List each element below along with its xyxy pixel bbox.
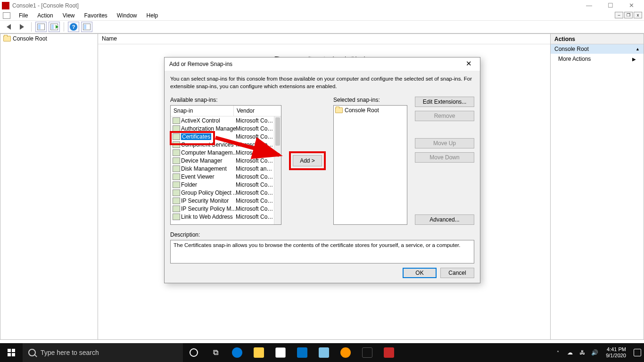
mdi-restore-button[interactable]: ❐ [624, 12, 633, 18]
start-button[interactable] [0, 343, 23, 362]
notepad-button[interactable] [313, 343, 335, 362]
windows-logo-icon [8, 349, 15, 356]
help-icon: ? [70, 23, 77, 31]
titlebar: Console1 - [Console Root] — ☐ ✕ [0, 0, 644, 11]
move-up-button[interactable]: Move Up [415, 138, 474, 148]
edge-button[interactable] [226, 343, 248, 362]
menu-action[interactable]: Action [33, 11, 58, 20]
snapin-row[interactable]: Link to Web AddressMicrosoft Cor... [171, 213, 281, 221]
tray-network-icon[interactable]: 🖧 [578, 349, 586, 356]
taskbar-clock[interactable]: 4:41 PM 9/1/2020 [603, 346, 629, 358]
snapin-row[interactable]: IP Security MonitorMicrosoft Cor... [171, 197, 281, 205]
store-icon [275, 347, 286, 358]
show-hide-tree-button[interactable] [35, 22, 47, 32]
selected-label: Selected snap-ins: [333, 97, 407, 103]
add-button[interactable]: Add > [293, 155, 322, 166]
mmc-app-icon [2, 2, 9, 9]
tree-pane[interactable]: Console Root [0, 33, 98, 340]
tree-root-item[interactable]: Console Root [1, 35, 97, 42]
menu-view[interactable]: View [58, 11, 80, 20]
dialog-titlebar: Add or Remove Snap-ins ✕ [165, 58, 480, 71]
advanced-button[interactable]: Advanced... [415, 214, 474, 225]
tray-onedrive-icon[interactable]: ☁ [566, 349, 574, 356]
snapin-row[interactable]: IP Security Policy M...Microsoft Cor... [171, 205, 281, 213]
window-title: Console1 - [Console Root] [12, 2, 578, 9]
dialog-intro-text: You can select snap-ins for this console… [170, 75, 474, 90]
notifications-icon [634, 349, 641, 356]
close-button[interactable]: ✕ [621, 0, 642, 11]
snapin-row[interactable]: Computer Managem...Microsoft Cor... [171, 148, 281, 156]
menu-window[interactable]: Window [112, 11, 142, 20]
collapse-icon: ▲ [636, 47, 640, 51]
notifications-button[interactable] [634, 349, 641, 356]
description-text: The Certificates snap-in allows you to b… [170, 240, 474, 263]
selected-snapins-list[interactable]: Console Root [333, 105, 407, 225]
menu-file[interactable]: File [14, 11, 33, 20]
remove-button[interactable]: Remove [415, 111, 474, 121]
snapin-icon [173, 133, 180, 140]
description-label: Description: [170, 231, 474, 238]
ok-button[interactable]: OK [403, 268, 437, 278]
snapin-row[interactable]: Component ServicesMicrosoft Cor... [171, 140, 281, 148]
actions-root-row[interactable]: Console Root ▲ [551, 44, 644, 54]
dialog-close-button[interactable]: ✕ [462, 59, 475, 69]
tray-volume-icon[interactable]: 🔊 [591, 349, 598, 356]
snapin-row[interactable]: Group Policy Object ...Microsoft Cor... [171, 189, 281, 197]
taskbar: Type here to search ⧉ ˄ ☁ 🖧 🔊 4:41 PM 9/… [0, 343, 644, 362]
menu-favorites[interactable]: Favorites [80, 11, 112, 20]
show-hide-action-pane-button[interactable] [81, 22, 92, 32]
snapin-name: Computer Managem... [181, 149, 236, 156]
forward-button[interactable] [16, 22, 27, 32]
mail-button[interactable] [291, 343, 313, 362]
mdi-minimize-button[interactable]: – [615, 12, 623, 18]
cancel-button[interactable]: Cancel [440, 268, 474, 278]
menu-help[interactable]: Help [142, 11, 163, 20]
available-scrollbar[interactable] [274, 116, 281, 224]
export-list-button[interactable] [49, 22, 60, 32]
snapin-row[interactable]: Device ManagerMicrosoft Cor... [171, 156, 281, 165]
snapin-name: IP Security Policy M... [181, 206, 236, 212]
snapin-row[interactable]: Authorization ManagerMicrosoft Cor... [171, 124, 281, 132]
tree-root-label: Console Root [13, 35, 47, 42]
system-tray: ˄ ☁ 🖧 🔊 4:41 PM 9/1/2020 [554, 346, 644, 358]
firefox-button[interactable] [335, 343, 356, 362]
snapin-icon [173, 149, 180, 156]
snapin-icon [173, 189, 180, 196]
move-down-button[interactable]: Move Down [415, 152, 474, 163]
snapin-row[interactable]: FolderMicrosoft Cor... [171, 181, 281, 189]
snapin-row[interactable]: CertificatesMicrosoft Cor... [171, 132, 281, 140]
col-snapin[interactable]: Snap-in [171, 106, 234, 116]
task-view-button[interactable]: ⧉ [205, 343, 226, 362]
snapin-row[interactable]: Disk ManagementMicrosoft and... [171, 165, 281, 173]
snapin-icon [173, 181, 180, 188]
snapin-name: Folder [181, 181, 197, 188]
back-button[interactable] [3, 22, 14, 32]
mmc-taskbar-button[interactable] [378, 343, 400, 362]
menubar: File Action View Favorites Window Help –… [0, 11, 644, 20]
explorer-button[interactable] [248, 343, 270, 362]
help-button[interactable]: ? [68, 22, 79, 32]
mail-icon [297, 347, 307, 358]
col-vendor[interactable]: Vendor [234, 106, 281, 116]
snapin-name: Device Manager [181, 157, 222, 164]
maximize-button[interactable]: ☐ [600, 0, 621, 11]
available-snapins-list[interactable]: Snap-in Vendor ActiveX ControlMicrosoft … [170, 105, 281, 225]
selected-root-item[interactable]: Console Root [335, 107, 405, 114]
cortana-button[interactable] [183, 343, 205, 362]
column-header-name[interactable]: Name [98, 34, 550, 44]
snapin-icon [173, 157, 180, 164]
edit-extensions-button[interactable]: Edit Extensions... [415, 97, 474, 107]
snapin-icon [173, 206, 180, 212]
arrow-left-icon [7, 24, 11, 30]
terminal-button[interactable] [356, 343, 378, 362]
scrollbar-thumb[interactable] [275, 117, 280, 146]
minimize-button[interactable]: — [578, 0, 600, 11]
mdi-close-button[interactable]: x [634, 12, 642, 18]
taskbar-search[interactable]: Type here to search [23, 343, 183, 362]
tray-overflow-button[interactable]: ˄ [554, 349, 561, 356]
snapin-row[interactable]: Event ViewerMicrosoft Cor... [171, 173, 281, 181]
store-button[interactable] [270, 343, 291, 362]
actions-more-actions[interactable]: More Actions ▶ [551, 54, 644, 64]
snapin-row[interactable]: ActiveX ControlMicrosoft Cor... [171, 116, 281, 124]
actions-more-label: More Actions [558, 56, 591, 62]
